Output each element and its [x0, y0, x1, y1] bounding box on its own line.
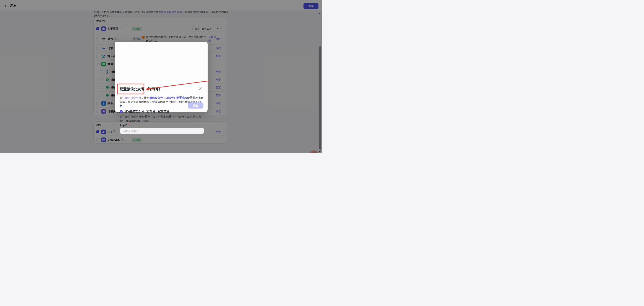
- publish-page: 在扣子平台发布智能体前，请确认内容符合渠道规范并遵守发布渠道服务条款（包括适用的…: [0, 0, 322, 153]
- required-asterisk: *: [128, 124, 129, 127]
- step-1-description: 前往微信公众平台“设置与开发” > “基本配置” > “公众号开发信息”，复制“…: [120, 115, 204, 123]
- close-icon[interactable]: [199, 87, 202, 91]
- wechat-config-modal: 配置微信公众号（订阅号） 前往微信公众平台，按照微信公众号（订阅号）配置流程配置…: [114, 42, 208, 112]
- modal-title: 配置微信公众号（订阅号）: [120, 87, 162, 91]
- step-1-row: 1 填写微信公众号（订阅号）配置信息: [120, 110, 169, 113]
- appid-label: AppID*: [120, 124, 129, 127]
- step-1-number-badge: 1: [120, 110, 123, 113]
- save-button[interactable]: 保存: [188, 102, 204, 108]
- appid-input[interactable]: [120, 128, 204, 134]
- text-link[interactable]: 微信公众号（订阅号）配置流程: [149, 96, 187, 99]
- text-link[interactable]: 微信公众平台: [125, 96, 141, 99]
- step-1-title: 填写微信公众号（订阅号）配置信息: [124, 110, 169, 113]
